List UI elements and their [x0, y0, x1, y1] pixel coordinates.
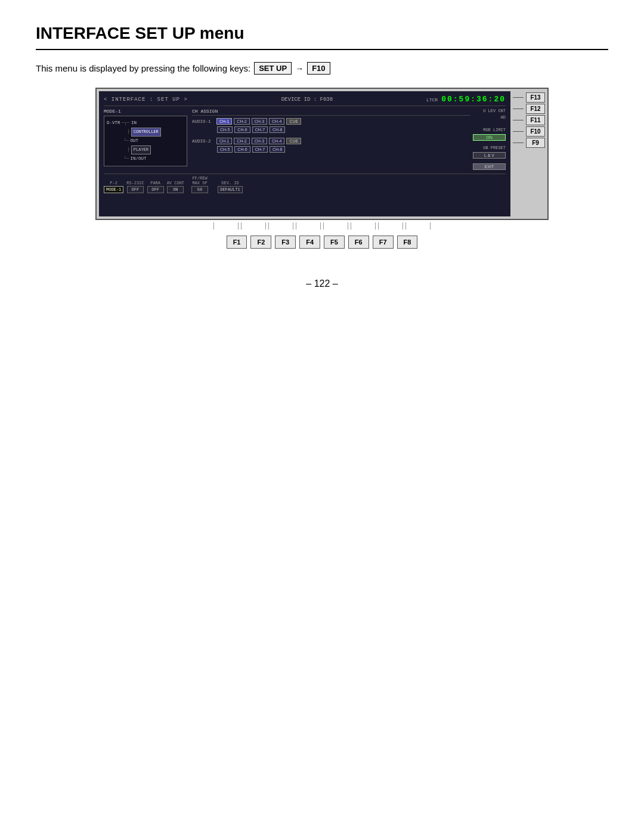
- sep-f5: [323, 222, 348, 230]
- instruction-text: This menu is displayed by pressing the f…: [36, 63, 250, 73]
- sep-f7: [378, 222, 403, 230]
- hd-label: HD: [473, 115, 506, 120]
- audio2-ch7[interactable]: CH-7: [252, 146, 268, 153]
- f13-button[interactable]: F13: [526, 92, 545, 103]
- in-label: IN: [131, 119, 137, 126]
- mode-label: MODE-1: [104, 109, 187, 114]
- fkey-sidebar: F13 F12 F11 F10 F9: [513, 91, 545, 216]
- avcont-value[interactable]: ON: [167, 186, 184, 193]
- audio1-ch3[interactable]: CH-3: [252, 118, 267, 125]
- diagram-row-dvtr: D-VTR ─┬─ IN: [107, 119, 184, 127]
- f9-item: F9: [513, 138, 545, 148]
- timecode-display: 00:59:36:20: [441, 95, 506, 104]
- f3-button[interactable]: F3: [275, 236, 296, 249]
- audio1-label: AUDIO-1: [192, 119, 215, 124]
- devid-value[interactable]: DEFAULT1: [218, 186, 243, 193]
- audio1-ch8[interactable]: CH-8: [270, 126, 285, 133]
- bottom-fkeys: F1 F2 F3 F4 F5 F6 F7 F8: [95, 236, 549, 249]
- audio2-ch6[interactable]: CH-6: [234, 146, 250, 153]
- audio2-cue[interactable]: CUE: [286, 138, 301, 144]
- u-lev-cnt-label: U LEV CNT: [473, 109, 506, 114]
- instruction-line: This menu is displayed by pressing the f…: [36, 62, 608, 75]
- audio2-ch1[interactable]: CH-1: [216, 138, 232, 144]
- audio2-ch5[interactable]: CH-5: [217, 146, 233, 153]
- f10-line: [513, 131, 524, 132]
- audio2-row1: AUDIO-2 CH-1 CH-2 CH-3 CH-4 CUE: [192, 138, 470, 144]
- status-rs232c: RS-232C OFF: [126, 181, 144, 193]
- f5-button[interactable]: F5: [324, 236, 345, 249]
- page-title: INTERFACE SET UP menu: [36, 24, 608, 50]
- diagram-row-player: ├ PLAYER: [107, 145, 184, 154]
- p2-label: P-2: [110, 181, 117, 185]
- f10-button[interactable]: F10: [526, 126, 545, 137]
- f4-button[interactable]: F4: [299, 236, 320, 249]
- status-bar: P-2 MODE-1 RS-232C OFF PARA OFF: [104, 174, 506, 193]
- f11-button[interactable]: F11: [526, 115, 545, 125]
- controller-box[interactable]: CONTROLLER: [131, 128, 161, 137]
- status-ffrew: FF/REW MAX SP 50: [187, 176, 212, 193]
- dvtr-label: D-VTR: [107, 119, 120, 126]
- f9-line: [513, 143, 524, 143]
- f7-button[interactable]: F7: [373, 236, 394, 249]
- para-label: PARA: [150, 181, 160, 185]
- sep-f1: [213, 222, 239, 230]
- f9-button[interactable]: F9: [526, 138, 545, 148]
- audio1-ch7[interactable]: CH-7: [252, 126, 268, 133]
- inout-label: IN/OUT: [131, 155, 147, 162]
- f12-line: [513, 109, 524, 109]
- ltcr-label: LTCR: [426, 97, 438, 103]
- audio2-ch4[interactable]: CH-4: [269, 138, 284, 144]
- exit-button[interactable]: EXIT: [473, 163, 506, 170]
- audio2-row2: CH-5 CH-6 CH-7 CH-8: [192, 146, 470, 153]
- f2-button[interactable]: F2: [250, 236, 271, 249]
- sep-f6: [351, 222, 376, 230]
- audio1-ch6[interactable]: CH-6: [234, 126, 250, 133]
- mode-panel: MODE-1 D-VTR ─┬─ IN ├ CONTROLLER └─: [104, 109, 187, 170]
- out-label: OUT: [131, 137, 139, 144]
- audio2-ch2[interactable]: CH-2: [234, 138, 249, 144]
- status-p2: P-2 MODE-1: [104, 181, 123, 193]
- screen-header: < INTERFACE : SET UP > DEVICE ID : F038 …: [104, 95, 506, 106]
- p2-value[interactable]: MODE-1: [104, 186, 123, 193]
- f11-item: F11: [513, 115, 545, 125]
- player-box[interactable]: PLAYER: [131, 145, 151, 154]
- audio1-ch2[interactable]: CH-2: [234, 118, 249, 125]
- screen-title: < INTERFACE : SET UP >: [104, 97, 188, 103]
- far-right-controls: U LEV CNT HD MGR LIMIT ON UB PRESET L & …: [473, 109, 506, 170]
- audio1-ch5[interactable]: CH-5: [217, 126, 233, 133]
- status-para: PARA OFF: [147, 181, 164, 193]
- audio1-ch4[interactable]: CH-4: [269, 118, 284, 125]
- diagram-row-controller: ├ CONTROLLER: [107, 128, 184, 137]
- f12-item: F12: [513, 104, 545, 114]
- mode-diagram: D-VTR ─┬─ IN ├ CONTROLLER └─ OUT: [104, 116, 187, 166]
- sep-f3: [268, 222, 293, 230]
- audio1-ch1[interactable]: CH-1: [216, 118, 232, 125]
- sep-f4: [296, 222, 321, 230]
- device-id: DEVICE ID : F038: [281, 97, 333, 103]
- f8-button[interactable]: F8: [397, 236, 418, 249]
- f10-item: F10: [513, 126, 545, 137]
- diagram-row-out: └─ OUT: [107, 137, 184, 145]
- audio2-ch8[interactable]: CH-8: [270, 146, 285, 153]
- f11-line: [513, 120, 524, 120]
- ub-preset-label: UB PRESET: [473, 145, 506, 151]
- mgr-limit-label: MGR LIMIT: [473, 128, 506, 133]
- lv-button[interactable]: L & V: [473, 152, 506, 159]
- sep-f2: [241, 222, 266, 230]
- f6-button[interactable]: F6: [348, 236, 369, 249]
- f12-button[interactable]: F12: [526, 104, 545, 114]
- rs232c-value[interactable]: OFF: [127, 186, 144, 193]
- status-devid: DEV. ID DEFAULT1: [215, 181, 245, 193]
- para-value[interactable]: OFF: [147, 186, 164, 193]
- page-number: – 122 –: [36, 278, 608, 289]
- status-avcont: AV CONT ON: [167, 181, 184, 193]
- avcont-label: AV CONT: [167, 181, 184, 185]
- audio2-ch3[interactable]: CH-3: [252, 138, 267, 144]
- audio2-label: AUDIO-2: [192, 139, 215, 144]
- on-button[interactable]: ON: [473, 134, 506, 141]
- audio1-cue[interactable]: CUE: [286, 118, 301, 125]
- ffrew-value[interactable]: 50: [191, 186, 208, 193]
- f1-button[interactable]: F1: [227, 236, 247, 249]
- audio1-row2: CH-5 CH-6 CH-7 CH-8: [192, 126, 470, 133]
- arrow-icon: →: [295, 64, 304, 73]
